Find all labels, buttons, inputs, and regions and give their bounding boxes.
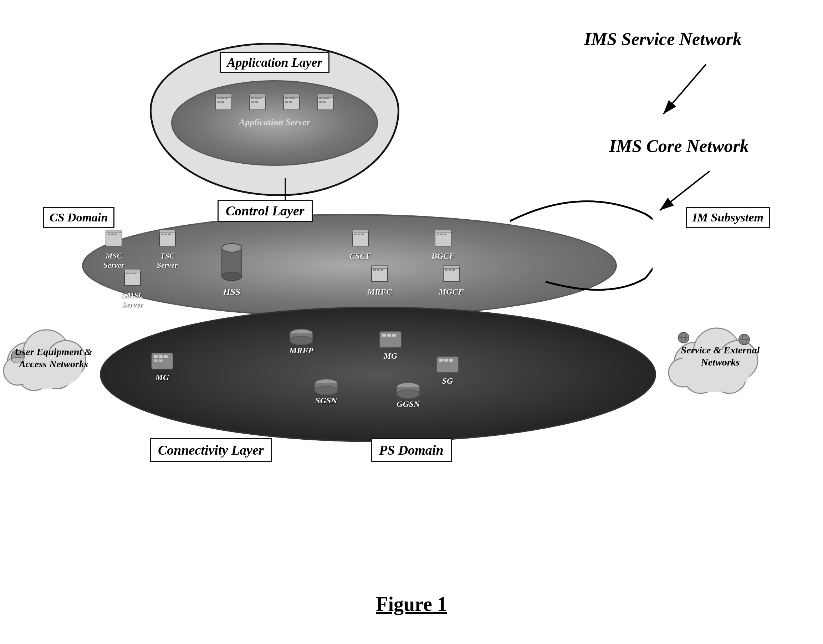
svg-rect-25 <box>319 97 322 99</box>
svg-rect-55 <box>352 230 368 233</box>
svg-point-102 <box>397 390 420 398</box>
svg-rect-90 <box>439 359 443 362</box>
server-icon-2 <box>248 92 267 115</box>
service-external-label: Service & External Networks <box>674 344 767 368</box>
svg-rect-62 <box>440 233 443 235</box>
svg-rect-26 <box>323 97 326 99</box>
svg-point-84 <box>290 336 313 345</box>
svg-rect-3 <box>216 94 232 97</box>
svg-rect-4 <box>218 97 221 99</box>
svg-rect-88 <box>392 334 396 337</box>
control-layer-area: Control Layer MSCServer TSCServer <box>82 200 617 321</box>
svg-rect-8 <box>221 101 224 103</box>
svg-rect-34 <box>108 233 110 235</box>
svg-rect-6 <box>225 97 227 99</box>
svg-rect-61 <box>437 233 439 235</box>
svg-rect-44 <box>126 273 129 274</box>
svg-rect-57 <box>358 233 360 235</box>
tsc-server-component: TSCServer <box>157 228 178 270</box>
network-icon-1 <box>677 332 690 344</box>
svg-rect-19 <box>289 97 292 99</box>
svg-rect-38 <box>159 230 175 233</box>
svg-rect-71 <box>445 269 448 271</box>
cs-domain-box: CS Domain <box>43 207 115 228</box>
sg-icon <box>435 353 460 376</box>
svg-rect-14 <box>251 101 254 103</box>
server-icon-3 <box>282 92 301 115</box>
mgcf-component: MGCF <box>438 264 464 297</box>
ps-domain-label: PS Domain <box>371 438 452 462</box>
msc-server-component: MSCServer <box>103 228 124 270</box>
svg-rect-76 <box>159 355 162 358</box>
server-icons-row <box>214 92 335 115</box>
svg-rect-45 <box>130 273 132 274</box>
svg-rect-35 <box>111 233 114 235</box>
svg-rect-24 <box>317 94 333 97</box>
svg-rect-36 <box>115 233 117 235</box>
ims-core-network-label: IMS Core Network <box>609 135 749 156</box>
svg-rect-66 <box>373 269 376 271</box>
svg-rect-87 <box>387 334 391 337</box>
msc-server-icon <box>104 228 124 251</box>
svg-rect-92 <box>449 359 453 362</box>
svg-point-53 <box>222 244 242 252</box>
svg-rect-33 <box>106 230 122 233</box>
svg-rect-10 <box>250 94 266 97</box>
svg-rect-78 <box>154 359 158 362</box>
svg-rect-21 <box>285 101 288 103</box>
svg-rect-60 <box>435 230 451 233</box>
svg-rect-79 <box>159 359 162 362</box>
app-server-ellipse: Application Server <box>171 80 378 166</box>
svg-rect-43 <box>124 269 141 272</box>
im-subsystem-box: IM Subsystem <box>686 207 770 228</box>
mg-center-component: MG <box>378 328 403 361</box>
gmsc-server-icon <box>123 267 142 291</box>
svg-rect-67 <box>377 269 379 271</box>
svg-rect-15 <box>255 101 258 103</box>
svg-rect-91 <box>444 359 448 362</box>
svg-rect-40 <box>165 233 167 235</box>
svg-rect-18 <box>285 97 288 99</box>
mrfc-icon <box>370 264 389 287</box>
cscf-icon <box>351 228 370 251</box>
svg-rect-70 <box>443 266 459 268</box>
svg-rect-7 <box>218 101 221 103</box>
svg-rect-13 <box>259 97 261 99</box>
mg-left-icon <box>150 350 175 373</box>
server-icon-1 <box>214 92 234 115</box>
svg-rect-56 <box>354 233 357 235</box>
svg-rect-11 <box>251 97 254 99</box>
application-layer-label: Application Layer <box>220 52 330 73</box>
sgsn-component: SGSN <box>314 378 339 405</box>
svg-rect-12 <box>255 97 258 99</box>
svg-rect-75 <box>154 355 158 358</box>
mg-center-icon <box>378 328 403 351</box>
svg-rect-68 <box>380 269 383 271</box>
svg-rect-46 <box>133 273 136 274</box>
svg-point-97 <box>315 386 338 395</box>
svg-line-0 <box>663 64 706 114</box>
svg-rect-28 <box>319 101 322 103</box>
svg-rect-27 <box>326 97 329 99</box>
svg-rect-73 <box>452 269 455 271</box>
sg-component: SG <box>435 353 460 386</box>
svg-rect-17 <box>284 94 300 97</box>
svg-rect-5 <box>221 97 224 99</box>
cscf-component: CSCF <box>349 228 371 261</box>
tsc-server-icon <box>158 228 177 251</box>
control-layer-label: Control Layer <box>218 200 313 222</box>
user-equipment-cloud: User Equipment & Access Networks <box>0 314 107 399</box>
svg-line-30 <box>660 171 710 210</box>
service-external-cloud: Service & External Networks <box>667 314 774 406</box>
gmsc-server-component: GMSCServer <box>121 267 143 310</box>
ggsn-icon <box>396 382 421 399</box>
svg-rect-72 <box>449 269 451 271</box>
figure-label: Figure 1 <box>376 593 447 615</box>
diagram-container: IMS Service Network Application Layer <box>36 21 785 521</box>
svg-rect-86 <box>382 334 386 337</box>
mrfp-icon <box>289 328 314 346</box>
mg-left-component: MG <box>150 350 175 382</box>
hss-icon <box>221 242 242 285</box>
connectivity-ellipse <box>100 307 656 442</box>
im-subsystem-curve <box>474 193 653 299</box>
